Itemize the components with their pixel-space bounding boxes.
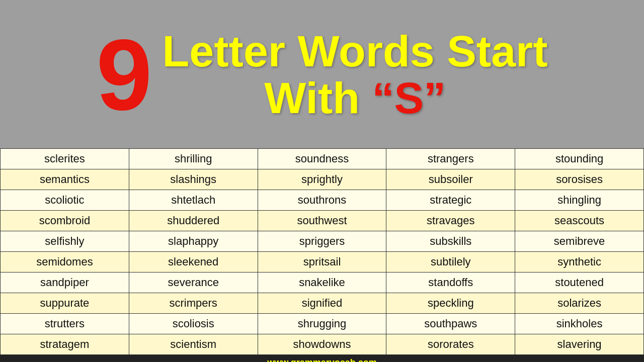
table-cell: snakelike <box>258 273 386 293</box>
footer-url: www.grammarvocab.com <box>267 357 376 362</box>
table-cell: semantics <box>1 169 129 190</box>
table-row: scleritesshrillingsoundnessstrangersstou… <box>1 149 644 169</box>
table-row: suppuratescrimperssignifiedspecklingsola… <box>1 293 644 314</box>
table-cell: subtilely <box>386 252 515 273</box>
table-cell: slavering <box>515 334 644 355</box>
table-cell: scientism <box>129 334 258 355</box>
table-cell: shingling <box>515 190 644 211</box>
title-s: “S” <box>372 73 446 123</box>
table-cell: scombroid <box>1 211 129 231</box>
table-cell: suppurate <box>1 293 129 314</box>
table-cell: selfishly <box>1 231 129 252</box>
title-line1: Letter Words Start <box>163 28 548 74</box>
table-cell: subskills <box>386 231 515 252</box>
table-cell: shtetlach <box>129 190 258 211</box>
header: 9 Letter Words Start With “S” <box>0 0 644 148</box>
table-cell: sleekened <box>129 252 258 273</box>
title-block: Letter Words Start With “S” <box>163 28 548 121</box>
table-row: semidomessleekenedspritsailsubtilelysynt… <box>1 252 644 273</box>
title-line2: With “S” <box>264 75 446 121</box>
table-cell: seascouts <box>515 211 644 231</box>
table-cell: sandpiper <box>1 273 129 293</box>
table-cell: strangers <box>386 149 515 169</box>
table-row: scombroidshudderedsouthweststravagesseas… <box>1 211 644 231</box>
table-cell: southwest <box>258 211 386 231</box>
table-cell: stratagem <box>1 334 129 355</box>
table-cell: severance <box>129 273 258 293</box>
table-cell: strutters <box>1 314 129 334</box>
table-cell: semidomes <box>1 252 129 273</box>
footer: www.grammarvocab.com <box>0 355 644 362</box>
table-cell: standoffs <box>386 273 515 293</box>
table-cell: shuddered <box>129 211 258 231</box>
table-cell: stravages <box>386 211 515 231</box>
table-cell: southrons <box>258 190 386 211</box>
table-row: scolioticshtetlachsouthronsstrategicshin… <box>1 190 644 211</box>
table-cell: sclerites <box>1 149 129 169</box>
table-cell: shrugging <box>258 314 386 334</box>
table-cell: speckling <box>386 293 515 314</box>
table-cell: sinkholes <box>515 314 644 334</box>
table-cell: synthetic <box>515 252 644 273</box>
table-cell: stoutened <box>515 273 644 293</box>
title-with: With <box>264 73 372 123</box>
table-row: sandpiperseverancesnakelikestandoffsstou… <box>1 273 644 293</box>
table-cell: strategic <box>386 190 515 211</box>
table-cell: sororates <box>386 334 515 355</box>
table-cell: subsoiler <box>386 169 515 190</box>
table-cell: scoliotic <box>1 190 129 211</box>
table-cell: spriggers <box>258 231 386 252</box>
number-nine: 9 <box>96 25 152 125</box>
table-cell: soundness <box>258 149 386 169</box>
words-table: scleritesshrillingsoundnessstrangersstou… <box>0 148 644 355</box>
table-cell: southpaws <box>386 314 515 334</box>
table-cell: showdowns <box>258 334 386 355</box>
table-cell: semibreve <box>515 231 644 252</box>
table-cell: scoliosis <box>129 314 258 334</box>
table-cell: solarizes <box>515 293 644 314</box>
words-table-container: scleritesshrillingsoundnessstrangersstou… <box>0 148 644 355</box>
table-cell: signified <box>258 293 386 314</box>
table-cell: sprightly <box>258 169 386 190</box>
table-cell: sorosises <box>515 169 644 190</box>
table-cell: scrimpers <box>129 293 258 314</box>
table-row: selfishlyslaphappyspriggerssubskillssemi… <box>1 231 644 252</box>
table-cell: slashings <box>129 169 258 190</box>
table-cell: shrilling <box>129 149 258 169</box>
table-cell: stounding <box>515 149 644 169</box>
table-row: struttersscoliosisshruggingsouthpawssink… <box>1 314 644 334</box>
table-cell: spritsail <box>258 252 386 273</box>
table-row: stratagemscientismshowdownssororatesslav… <box>1 334 644 355</box>
table-row: semanticsslashingssprightlysubsoilersoro… <box>1 169 644 190</box>
table-cell: slaphappy <box>129 231 258 252</box>
